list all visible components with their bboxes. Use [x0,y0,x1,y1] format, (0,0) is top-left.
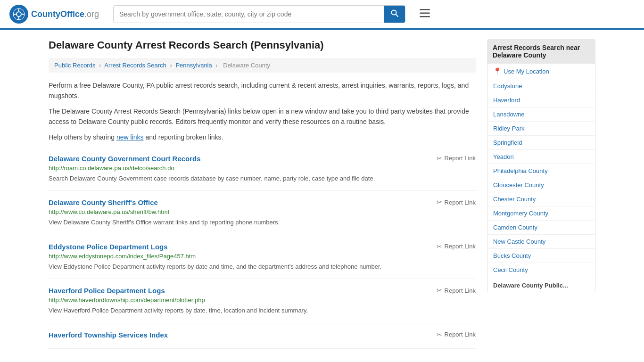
use-my-location-link[interactable]: Use My Location [504,68,549,75]
description-1: Perform a free Delaware County, PA publi… [49,80,476,101]
breadcrumb-current: Delaware County [223,62,270,69]
sidebar-link-0[interactable]: Eddystone [487,79,595,93]
header: CountyOffice.org [0,0,644,30]
breadcrumb-public-records[interactable]: Public Records [54,62,95,69]
result-item: Haverford Police Department Logs ✂ Repor… [49,279,476,323]
use-my-location[interactable]: 📍 Use My Location [487,64,595,79]
sidebar-link-4[interactable]: Springfield [487,136,595,150]
sidebar-link-13[interactable]: Cecil County [487,263,595,277]
sidebar-bottom-label: Delaware County Public... [487,277,595,291]
result-item: Haverford Township Services Index ✂ Repo… [49,323,476,349]
svg-rect-8 [420,9,430,10]
search-button[interactable] [384,6,405,23]
report-icon-4: ✂ [437,331,442,338]
sidebar-link-2[interactable]: Lansdowne [487,107,595,122]
search-bar [113,5,405,23]
breadcrumb-pennsylvania[interactable]: Pennsylvania [175,62,212,69]
logo-text: CountyOffice.org [31,9,99,19]
sidebar-link-10[interactable]: Camden County [487,221,595,235]
sidebar-link-11[interactable]: New Castle County [487,235,595,249]
result-item: Eddystone Police Department Logs ✂ Repor… [49,235,476,280]
search-input[interactable] [114,7,384,22]
report-link-1[interactable]: ✂ Report Link [437,198,476,206]
result-item: Delaware County Sheriff's Office ✂ Repor… [49,191,476,235]
svg-rect-9 [420,13,430,14]
report-icon-2: ✂ [437,243,442,250]
report-icon-1: ✂ [437,198,442,206]
result-title-4[interactable]: Haverford Township Services Index [49,331,168,339]
sidebar-header: Arrest Records Search near Delaware Coun… [487,39,595,64]
sidebar-link-1[interactable]: Haverford [487,93,595,107]
report-link-4[interactable]: ✂ Report Link [437,331,476,338]
sidebar: Arrest Records Search near Delaware Coun… [487,39,595,349]
results-list: Delaware County Government Court Records… [49,147,476,349]
report-icon-3: ✂ [437,287,442,294]
svg-rect-10 [420,16,430,17]
new-links-link[interactable]: new links [116,133,144,141]
description-2: The Delaware County Arrest Records Searc… [49,106,476,127]
description-3: Help others by sharing new links and rep… [49,132,476,142]
main-container: Delaware County Arrest Records Search (P… [39,30,605,358]
result-title-1[interactable]: Delaware County Sheriff's Office [49,198,158,206]
sidebar-link-3[interactable]: Ridley Park [487,122,595,136]
result-desc-3: View Haverford Police Department activit… [49,306,476,315]
logo-icon [9,5,28,24]
result-title-2[interactable]: Eddystone Police Department Logs [49,243,168,251]
result-desc-2: View Eddystone Police Department activit… [49,262,476,272]
report-icon-0: ✂ [437,155,442,162]
result-title-3[interactable]: Haverford Police Department Logs [49,287,165,295]
result-item: Delaware County Government Court Records… [49,147,476,191]
location-pin-icon: 📍 [493,67,501,75]
page-title: Delaware County Arrest Records Search (P… [49,39,476,51]
report-link-0[interactable]: ✂ Report Link [437,155,476,162]
sidebar-link-5[interactable]: Yeadon [487,150,595,164]
breadcrumb: Public Records › Arrest Records Search ›… [49,58,476,73]
menu-icon[interactable] [420,8,430,20]
sidebar-link-8[interactable]: Chester County [487,192,595,206]
sidebar-link-7[interactable]: Gloucester County [487,178,595,192]
content-area: Delaware County Arrest Records Search (P… [49,39,476,349]
sidebar-list: 📍 Use My Location EddystoneHaverfordLans… [487,64,595,291]
result-url-3[interactable]: http://www.haverfordtownship.com/departm… [49,296,476,304]
logo[interactable]: CountyOffice.org [9,5,104,24]
sidebar-link-6[interactable]: Philadelphia County [487,164,595,178]
breadcrumb-arrest-records[interactable]: Arrest Records Search [104,62,166,69]
result-desc-0: Search Delaware County Government case r… [49,174,476,183]
report-link-3[interactable]: ✂ Report Link [437,287,476,294]
sidebar-link-9[interactable]: Montgomery County [487,206,595,221]
result-desc-1: View Delaware County Sheriff's Office wa… [49,218,476,227]
result-title-0[interactable]: Delaware County Government Court Records [49,155,201,163]
result-url-2[interactable]: http://www.eddystonepd.com/index_files/P… [49,253,476,260]
search-icon [391,9,398,17]
sidebar-link-12[interactable]: Bucks County [487,249,595,263]
result-url-1[interactable]: http://www.co.delaware.pa.us/sheriff/bw.… [49,208,476,215]
result-url-0[interactable]: http://roam.co.delaware.pa.us/delco/sear… [49,165,476,172]
report-link-2[interactable]: ✂ Report Link [437,243,476,250]
svg-line-7 [396,15,398,17]
